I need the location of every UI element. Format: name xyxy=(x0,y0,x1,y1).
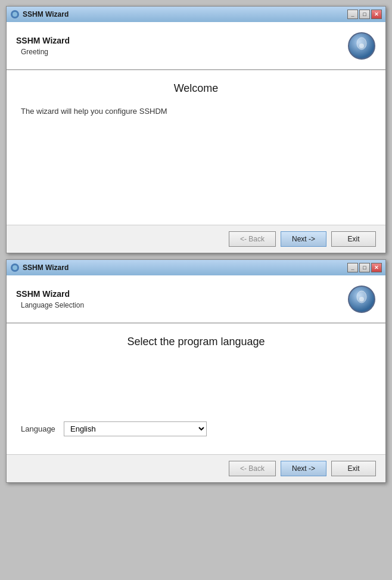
close-button-1[interactable]: ✕ xyxy=(371,10,382,19)
wizard-logo-1 xyxy=(347,32,376,60)
maximize-button-1[interactable]: □ xyxy=(359,10,370,19)
wizard-title-1: SSHM Wizard xyxy=(16,36,70,45)
maximize-button-2[interactable]: □ xyxy=(359,263,370,272)
title-controls-2: _ □ ✕ xyxy=(347,263,382,272)
app-icon-2 xyxy=(10,263,20,272)
next-button-2[interactable]: Next -> xyxy=(281,461,326,476)
window-2: SSHM Wizard _ □ ✕ SSHM Wizard Language S… xyxy=(6,259,386,483)
wizard-title-2: SSHM Wizard xyxy=(16,289,84,299)
wizard-subtitle-2: Language Selection xyxy=(21,301,84,309)
wizard-main-1: Welcome The wizard will help you configu… xyxy=(7,70,385,225)
wizard-header-2: SSHM Wizard Language Selection xyxy=(7,275,385,323)
wizard-header-text-1: SSHM Wizard Greeting xyxy=(16,36,70,56)
window-content-2: SSHM Wizard Language Selection Select th… xyxy=(7,275,385,482)
wizard-subtitle-1: Greeting xyxy=(21,48,70,56)
title-bar-left-1: SSHM Wizard xyxy=(10,10,69,19)
wizard-footer-1: <- Back Next -> Exit xyxy=(7,225,385,253)
wizard-footer-2: <- Back Next -> Exit xyxy=(7,454,385,482)
wizard-logo-2 xyxy=(347,285,376,314)
app-icon-1 xyxy=(10,10,20,19)
language-row: Language English German French Spanish xyxy=(21,421,371,436)
next-button-1[interactable]: Next -> xyxy=(281,231,326,247)
title-bar-1: SSHM Wizard _ □ ✕ xyxy=(7,7,385,22)
svg-point-1 xyxy=(13,12,17,17)
minimize-button-2[interactable]: _ xyxy=(347,263,358,272)
minimize-button-1[interactable]: _ xyxy=(347,10,358,19)
main-title-1: Welcome xyxy=(21,82,371,95)
back-button-2[interactable]: <- Back xyxy=(229,461,276,476)
back-button-1[interactable]: <- Back xyxy=(229,231,276,247)
close-button-2[interactable]: ✕ xyxy=(371,263,382,272)
window-content-1: SSHM Wizard Greeting Welcome The wizard … xyxy=(7,22,385,253)
language-label: Language xyxy=(21,424,57,433)
window-title-2: SSHM Wizard xyxy=(23,263,69,272)
wizard-header-1: SSHM Wizard Greeting xyxy=(7,22,385,70)
main-body-1: The wizard will help you configure SSHDM xyxy=(21,107,371,116)
title-controls-1: _ □ ✕ xyxy=(347,10,382,19)
exit-button-1[interactable]: Exit xyxy=(331,231,376,247)
main-title-2: Select the program language xyxy=(21,336,371,348)
svg-point-4 xyxy=(359,44,364,48)
svg-point-6 xyxy=(13,265,17,270)
exit-button-2[interactable]: Exit xyxy=(331,461,376,476)
svg-point-9 xyxy=(359,297,364,302)
wizard-header-text-2: SSHM Wizard Language Selection xyxy=(16,289,84,309)
wizard-main-2: Select the program language Language Eng… xyxy=(7,323,385,454)
title-bar-left-2: SSHM Wizard xyxy=(10,263,69,272)
window-title-1: SSHM Wizard xyxy=(23,10,69,18)
language-select[interactable]: English German French Spanish xyxy=(64,421,207,436)
window-1: SSHM Wizard _ □ ✕ SSHM Wizard Greeting xyxy=(6,6,386,253)
title-bar-2: SSHM Wizard _ □ ✕ xyxy=(7,260,385,275)
